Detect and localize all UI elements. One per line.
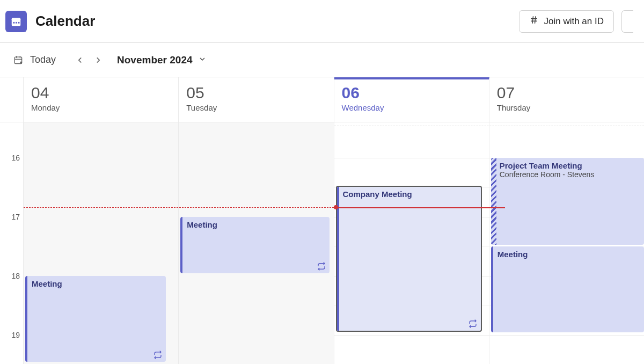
- svg-line-7: [532, 16, 533, 24]
- day-number: 05: [186, 84, 333, 102]
- event-title: Project Team Meeting: [500, 161, 640, 170]
- calendar-app-icon: [5, 11, 27, 32]
- overflow-button-fragment[interactable]: [621, 10, 633, 33]
- go-to-date-icon[interactable]: [11, 53, 26, 68]
- day-name: Tuesday: [186, 103, 333, 112]
- hour-label: 18: [11, 272, 20, 280]
- day-number: 07: [497, 84, 644, 102]
- chevron-down-icon: [198, 55, 207, 65]
- calendar-event[interactable]: Meeting: [180, 217, 329, 273]
- current-time-dot: [334, 205, 338, 209]
- calendar-navbar: Today November 2024: [0, 43, 644, 77]
- recurring-icon: [317, 261, 326, 271]
- svg-line-8: [535, 16, 536, 24]
- gutter-header: [0, 77, 24, 122]
- hash-icon: [529, 15, 539, 27]
- hour-label: 17: [11, 213, 20, 221]
- event-location: Conference Room - Stevens: [500, 170, 640, 179]
- svg-rect-1: [12, 18, 21, 20]
- time-gutter: 16 17 18 19: [0, 122, 24, 364]
- day-number: 04: [31, 84, 178, 102]
- app-header: Calendar Join with an ID: [0, 0, 644, 43]
- day-column-mon[interactable]: Meeting: [24, 122, 179, 364]
- month-picker[interactable]: November 2024: [117, 54, 206, 66]
- page-title: Calendar: [35, 13, 95, 30]
- day-header-thu[interactable]: 07 Thursday: [489, 77, 644, 122]
- prev-week-button[interactable]: [71, 53, 89, 68]
- day-name: Wednesday: [342, 103, 489, 112]
- month-label: November 2024: [117, 54, 192, 66]
- svg-rect-2: [13, 21, 15, 23]
- calendar-event[interactable]: Meeting: [491, 246, 644, 332]
- day-column-thu[interactable]: Project Team Meeting Conference Room - S…: [489, 122, 644, 364]
- calendar-event-tentative[interactable]: Project Team Meeting Conference Room - S…: [491, 158, 644, 245]
- day-header-mon[interactable]: 04 Monday: [24, 77, 179, 122]
- hour-label: 19: [11, 331, 20, 339]
- calendar-event[interactable]: Meeting: [25, 276, 166, 362]
- day-column-wed[interactable]: Company Meeting: [334, 122, 489, 364]
- svg-rect-3: [16, 21, 17, 23]
- svg-rect-4: [18, 21, 20, 23]
- hour-label: 16: [11, 154, 20, 162]
- grid-body: 16 17 18 19 Meeting Meeting: [0, 122, 644, 364]
- day-header-tue[interactable]: 05 Tuesday: [179, 77, 334, 122]
- event-title: Meeting: [497, 250, 640, 259]
- current-time-line-dashed: [24, 207, 334, 208]
- calendar-grid: 04 Monday 05 Tuesday 06 Wednesday 07 Thu…: [0, 77, 644, 364]
- join-with-id-button[interactable]: Join with an ID: [519, 10, 614, 33]
- day-name: Monday: [31, 103, 178, 112]
- event-title: Meeting: [32, 279, 162, 288]
- calendar-icon: [10, 16, 22, 27]
- recurring-icon: [153, 350, 163, 360]
- day-header-row: 04 Monday 05 Tuesday 06 Wednesday 07 Thu…: [0, 77, 644, 122]
- day-columns: Meeting Meeting Company: [24, 122, 644, 364]
- today-button[interactable]: Today: [30, 54, 56, 65]
- current-time-line: [336, 207, 505, 208]
- join-with-id-label: Join with an ID: [544, 16, 604, 27]
- day-column-tue[interactable]: Meeting: [179, 122, 334, 364]
- next-week-button[interactable]: [89, 53, 107, 68]
- day-number: 06: [342, 84, 489, 102]
- day-name: Thursday: [497, 103, 644, 112]
- recurring-icon: [468, 319, 478, 329]
- event-title: Company Meeting: [341, 190, 477, 199]
- event-title: Meeting: [187, 220, 325, 229]
- day-header-wed[interactable]: 06 Wednesday: [334, 77, 489, 122]
